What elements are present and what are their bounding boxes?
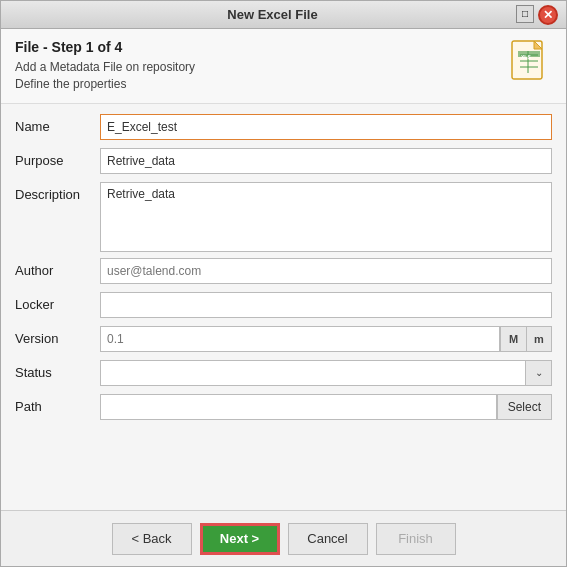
finish-button[interactable]: Finish (376, 523, 456, 555)
version-control: M m (100, 326, 552, 352)
version-input[interactable] (100, 326, 500, 352)
description-input[interactable]: Retrive_data (100, 182, 552, 252)
version-label: Version (15, 326, 100, 346)
status-dropdown-button[interactable]: ⌄ (526, 360, 552, 386)
dialog-window: New Excel File □ ✕ File - Step 1 of 4 Ad… (0, 0, 567, 567)
title-bar: New Excel File □ ✕ (1, 1, 566, 29)
step-title: File - Step 1 of 4 (15, 39, 195, 55)
close-button[interactable]: ✕ (538, 5, 558, 25)
locker-input[interactable] (100, 292, 552, 318)
cancel-button[interactable]: Cancel (288, 523, 368, 555)
purpose-input[interactable] (100, 148, 552, 174)
version-row: Version M m (15, 326, 552, 354)
description-control: Retrive_data (100, 182, 552, 252)
version-major-button[interactable]: M (500, 326, 526, 352)
next-button[interactable]: Next > (200, 523, 280, 555)
name-label: Name (15, 114, 100, 134)
path-row: Path Select (15, 394, 552, 422)
purpose-label: Purpose (15, 148, 100, 168)
file-icon: XLS (510, 39, 552, 87)
dialog-header: File - Step 1 of 4 Add a Metadata File o… (1, 29, 566, 104)
description-row: Description Retrive_data (15, 182, 552, 252)
author-label: Author (15, 258, 100, 278)
dialog-body: Name Purpose Description Retrive_data Au… (1, 104, 566, 510)
close-icon: ✕ (543, 8, 553, 22)
path-control: Select (100, 394, 552, 420)
dialog-title: New Excel File (29, 7, 516, 22)
status-input[interactable] (100, 360, 526, 386)
locker-control (100, 292, 552, 318)
version-minor-button[interactable]: m (526, 326, 552, 352)
author-input[interactable] (100, 258, 552, 284)
purpose-control (100, 148, 552, 174)
locker-label: Locker (15, 292, 100, 312)
maximize-icon: □ (522, 8, 528, 19)
back-button[interactable]: < Back (112, 523, 192, 555)
status-label: Status (15, 360, 100, 380)
window-controls: □ ✕ (516, 5, 558, 25)
svg-text:XLS: XLS (521, 54, 531, 60)
name-control (100, 114, 552, 140)
path-select-button[interactable]: Select (497, 394, 552, 420)
maximize-button[interactable]: □ (516, 5, 534, 23)
author-control (100, 258, 552, 284)
header-line1: Add a Metadata File on repository (15, 59, 195, 76)
path-input[interactable] (100, 394, 497, 420)
path-label: Path (15, 394, 100, 414)
header-text: File - Step 1 of 4 Add a Metadata File o… (15, 39, 195, 93)
name-row: Name (15, 114, 552, 142)
description-label: Description (15, 182, 100, 202)
locker-row: Locker (15, 292, 552, 320)
author-row: Author (15, 258, 552, 286)
dialog-footer: < Back Next > Cancel Finish (1, 510, 566, 566)
status-row: Status ⌄ (15, 360, 552, 388)
purpose-row: Purpose (15, 148, 552, 176)
name-input[interactable] (100, 114, 552, 140)
status-control: ⌄ (100, 360, 552, 386)
dropdown-icon: ⌄ (535, 367, 543, 378)
header-line2: Define the properties (15, 76, 195, 93)
